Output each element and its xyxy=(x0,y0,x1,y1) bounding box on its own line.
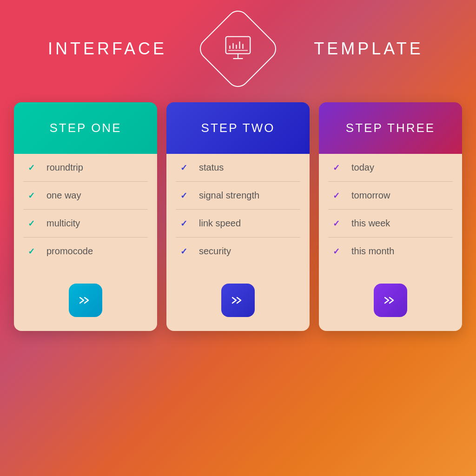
check-icon: ✓ xyxy=(180,218,192,229)
card-one-body: ✓ roundtrip ✓ one way ✓ multicity ✓ prom… xyxy=(14,154,157,279)
check-icon: ✓ xyxy=(333,191,344,201)
check-icon: ✓ xyxy=(180,163,192,173)
header-left: INTERFACE xyxy=(14,39,201,59)
item-text: this week xyxy=(351,218,390,229)
list-item: ✓ today xyxy=(328,154,453,182)
double-chevron-icon xyxy=(78,293,93,308)
monitor-svg-icon xyxy=(222,33,254,65)
card-one-header: STEP ONE xyxy=(14,102,157,154)
item-text: status xyxy=(199,162,224,173)
card-two-footer xyxy=(166,279,310,331)
card-one-action-button[interactable] xyxy=(69,284,102,317)
double-chevron-icon xyxy=(231,293,245,308)
check-icon: ✓ xyxy=(28,191,39,201)
card-step-one: STEP ONE ✓ roundtrip ✓ one way ✓ multici… xyxy=(14,102,157,331)
monitor-icon xyxy=(222,33,254,65)
page-wrapper: INTERFACE xyxy=(0,0,476,476)
card-two-header: STEP TWO xyxy=(166,102,310,154)
list-item: ✓ one way xyxy=(23,182,148,210)
list-item: ✓ security xyxy=(176,238,300,265)
item-text: security xyxy=(199,246,231,257)
card-three-body: ✓ today ✓ tomorrow ✓ this week ✓ this mo… xyxy=(319,154,462,279)
item-text: link speed xyxy=(199,218,241,229)
check-icon: ✓ xyxy=(333,246,344,257)
check-icon: ✓ xyxy=(28,246,39,257)
list-item: ✓ promocode xyxy=(23,238,148,265)
cards-container: STEP ONE ✓ roundtrip ✓ one way ✓ multici… xyxy=(14,102,462,331)
diamond-container xyxy=(195,6,281,92)
header: INTERFACE xyxy=(14,19,462,79)
check-icon: ✓ xyxy=(180,191,192,201)
card-three-action-button[interactable] xyxy=(374,284,407,317)
header-center xyxy=(201,19,275,79)
list-item: ✓ signal strength xyxy=(176,182,300,210)
check-icon: ✓ xyxy=(180,246,192,257)
card-step-three: STEP THREE ✓ today ✓ tomorrow ✓ this wee… xyxy=(319,102,462,331)
check-icon: ✓ xyxy=(333,163,344,173)
card-two-body: ✓ status ✓ signal strength ✓ link speed … xyxy=(166,154,310,279)
item-text: this month xyxy=(351,246,394,257)
header-right: TEMPLATE xyxy=(275,39,462,59)
card-three-footer xyxy=(319,279,462,331)
card-two-action-button[interactable] xyxy=(221,284,255,317)
list-item: ✓ status xyxy=(176,154,300,182)
svg-rect-0 xyxy=(226,37,251,54)
item-text: one way xyxy=(46,190,81,201)
card-one-title: STEP ONE xyxy=(49,121,121,135)
list-item: ✓ this week xyxy=(328,210,453,238)
card-step-two: STEP TWO ✓ status ✓ signal strength ✓ li… xyxy=(166,102,310,331)
list-item: ✓ this month xyxy=(328,238,453,265)
list-item: ✓ multicity xyxy=(23,210,148,238)
check-icon: ✓ xyxy=(28,218,39,229)
template-title: TEMPLATE xyxy=(314,39,423,58)
item-text: promocode xyxy=(46,246,93,257)
item-text: tomorrow xyxy=(351,190,390,201)
double-chevron-icon xyxy=(383,293,398,308)
card-three-title: STEP THREE xyxy=(346,121,435,135)
card-two-title: STEP TWO xyxy=(201,121,275,135)
item-text: signal strength xyxy=(199,190,259,201)
list-item: ✓ tomorrow xyxy=(328,182,453,210)
check-icon: ✓ xyxy=(28,163,39,173)
check-icon: ✓ xyxy=(333,218,344,229)
item-text: today xyxy=(351,162,374,173)
item-text: multicity xyxy=(46,218,80,229)
card-three-header: STEP THREE xyxy=(319,102,462,154)
list-item: ✓ roundtrip xyxy=(23,154,148,182)
item-text: roundtrip xyxy=(46,162,83,173)
list-item: ✓ link speed xyxy=(176,210,300,238)
card-one-footer xyxy=(14,279,157,331)
interface-title: INTERFACE xyxy=(48,39,167,58)
